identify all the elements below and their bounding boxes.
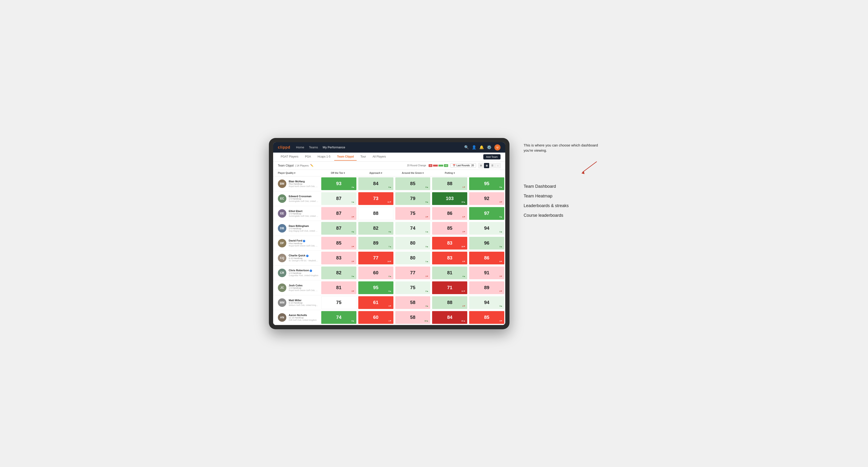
score-cell: 753▼: [394, 206, 431, 221]
navbar-link-myperformance[interactable]: My Performance: [323, 145, 345, 150]
bell-icon[interactable]: 🔔: [479, 145, 484, 150]
download-button[interactable]: ↓: [495, 163, 500, 168]
score-main: 87: [336, 211, 341, 216]
tab-all-players[interactable]: All Players: [370, 153, 389, 161]
table-view-button[interactable]: ▦: [484, 163, 489, 168]
score-box: 923▼: [469, 192, 504, 205]
score-main: 81: [336, 285, 341, 290]
score-cell: 833▼: [320, 251, 357, 266]
score-delta: 3▼: [351, 246, 354, 248]
score-main: 60: [373, 315, 378, 320]
tab-tour[interactable]: Tour: [358, 153, 369, 161]
table-row[interactable]: MMMatt Miller6-10 HandicapWoburn Golf Cl…: [273, 295, 505, 310]
player-avatar: EC: [278, 194, 286, 203]
score-box: 7111▼: [432, 281, 467, 294]
score-cell: 836▼: [431, 251, 468, 266]
table-row[interactable]: ANAaron Nicholls11-15 HandicapDrift Golf…: [273, 310, 505, 325]
navbar-link-home[interactable]: Home: [296, 145, 304, 150]
score-main: 77: [410, 270, 415, 276]
person-icon[interactable]: 👤: [472, 145, 476, 150]
player-avatar: DB: [278, 224, 286, 232]
player-info-cell: MMMatt Miller6-10 HandicapWoburn Golf Cl…: [273, 295, 320, 310]
player-avatar: BM: [278, 180, 286, 188]
col-header-tee[interactable]: Off the Tee ▾: [320, 171, 357, 175]
add-team-button[interactable]: Add Team: [483, 154, 500, 159]
score-box: 8421▲: [432, 311, 467, 324]
score-delta: 2▼: [463, 305, 465, 307]
navbar-icons: 🔍 👤 🔔 ⚙️ U: [464, 144, 500, 151]
score-delta: 3▲: [500, 305, 502, 307]
player-info-cell: BMBlair McHargPlus HandicapRoyal North D…: [273, 177, 320, 191]
score-main: 95: [484, 181, 489, 186]
score-box: 803▲: [395, 237, 431, 250]
score-box: 873▼: [321, 207, 356, 220]
table-row[interactable]: DFDavid Ford✓Plus HandicapRoyal North De…: [273, 236, 505, 251]
score-delta: 1▲: [500, 231, 502, 233]
score-main: 93: [336, 181, 341, 186]
user-avatar[interactable]: U: [494, 144, 500, 151]
score-cell: 934▲: [320, 177, 357, 191]
score-main: 80: [410, 255, 415, 261]
score-cell: 858▲: [394, 177, 431, 191]
last-rounds-label: Last Rounds:: [456, 164, 470, 167]
score-delta: 3▲: [500, 246, 502, 248]
tab-hcaps[interactable]: Hcaps 1-5: [315, 153, 333, 161]
score-delta: 3▲: [426, 246, 428, 248]
round-pos: +5: [444, 164, 448, 167]
player-details: Matt Miller6-10 HandicapWoburn Golf Club…: [289, 299, 318, 306]
calendar-icon: 📅: [453, 164, 456, 167]
list-view-button[interactable]: ☰: [490, 163, 495, 168]
score-main: 85: [410, 181, 415, 186]
toolbar-right: 20 Round Change -5 +5 📅 Last Rounds: 20 …: [407, 163, 500, 168]
score-cell: 584▲: [394, 295, 431, 310]
score-delta: 6▲: [389, 186, 391, 188]
player-handicap: 1-5 Handicap: [289, 287, 318, 289]
col-header-player[interactable]: Player Quality ▾: [273, 171, 320, 175]
table-row[interactable]: EEElliot Ebert1-5 HandicapSunningdale Go…: [273, 206, 505, 221]
score-cell: 5810▲: [394, 310, 431, 325]
player-club: St. George's Hill GC - Weybridge - Surre…: [289, 259, 318, 262]
tab-pgat-players[interactable]: PGAT Players: [278, 153, 301, 161]
table-row[interactable]: JCJosh Coles1-5 HandicapRoyal North Devo…: [273, 280, 505, 295]
score-delta: 1▲: [426, 231, 428, 233]
player-info-cell: DFDavid Ford✓Plus HandicapRoyal North De…: [273, 236, 320, 250]
tablet-frame: clippd Home Teams My Performance 🔍 👤 🔔 ⚙…: [269, 138, 509, 329]
search-icon[interactable]: 🔍: [464, 145, 469, 150]
player-name: Matt Miller: [289, 299, 318, 302]
score-cell: 7111▼: [431, 280, 468, 295]
col-header-putting[interactable]: Putting ▾: [431, 171, 468, 175]
score-box: 959▲: [469, 177, 504, 190]
table-row[interactable]: ECEdward Crossman1-5 HandicapSunningdale…: [273, 191, 505, 206]
svg-line-0: [583, 161, 597, 172]
score-delta: 8▲: [351, 320, 354, 322]
verified-badge: ✓: [306, 255, 309, 257]
player-info-cell: ANAaron Nicholls11-15 HandicapDrift Golf…: [273, 310, 320, 325]
grid-view-button[interactable]: ⊞: [478, 163, 484, 168]
score-delta: 9▲: [500, 186, 502, 188]
score-delta: 3▼: [351, 216, 354, 218]
score-cell: 814▲: [431, 266, 468, 280]
col-header-around[interactable]: Around the Green ▾: [394, 171, 431, 175]
table-row[interactable]: CRChris Robertson✓1-5 HandicapCraigmilla…: [273, 266, 505, 280]
score-box: 874▲: [321, 222, 356, 235]
col-header-approach[interactable]: Approach ▾: [357, 171, 394, 175]
score-cell: 897▲: [357, 236, 394, 250]
navbar-link-teams[interactable]: Teams: [309, 145, 318, 150]
score-delta: 11▼: [461, 290, 465, 292]
table-row[interactable]: CQCharlie Quick✓6-10 HandicapSt. George'…: [273, 251, 505, 266]
player-details: Chris Robertson✓1-5 HandicapCraigmillar …: [289, 269, 318, 277]
score-box: 7714▼: [358, 252, 394, 264]
score-main: 77: [373, 255, 378, 261]
last-rounds-button[interactable]: 📅 Last Rounds: 20: [451, 163, 476, 168]
player-name: Elliot Ebert: [289, 210, 318, 213]
table-row[interactable]: DBDave Billingham1-5 HandicapGog Magog G…: [273, 221, 505, 236]
player-handicap: 1-5 Handicap: [289, 198, 318, 200]
tab-pga[interactable]: PGA: [302, 153, 314, 161]
score-box: 846▲: [358, 177, 394, 190]
settings-icon[interactable]: ⚙️: [487, 145, 492, 150]
round-indicator: -5 +5: [429, 164, 448, 167]
table-row[interactable]: BMBlair McHargPlus HandicapRoyal North D…: [273, 177, 505, 191]
edit-icon[interactable]: ✏️: [310, 164, 313, 167]
player-handicap: 11-15 Handicap: [289, 316, 317, 319]
tab-team-clippd[interactable]: Team Clippd: [334, 153, 356, 161]
